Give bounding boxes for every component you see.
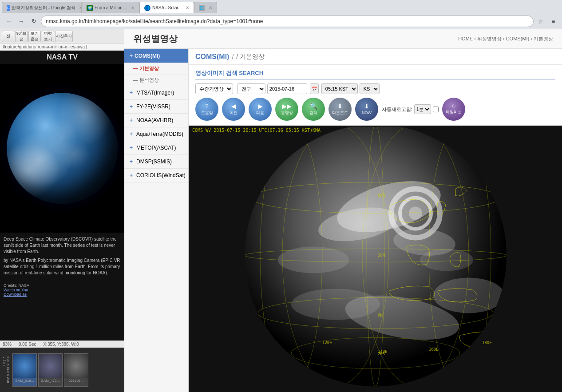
viewer-breadcrumb: fteature/goddaro/from-a-million-miles-aw…	[0, 44, 124, 51]
sidebar-item-dmsp[interactable]: + DMSP(SSMIS)	[124, 155, 188, 169]
action-buttons-row: ? 도움말 ◀ 이전 ▶ 다음	[195, 98, 555, 121]
next-label: 다음	[256, 111, 264, 115]
reload-button[interactable]: ↻	[28, 16, 39, 27]
tab-google-search[interactable]: G 한국기상위성센터 - Google 검색 ✕	[2, 2, 82, 13]
film-thumb-2[interactable]: SAM_472...	[38, 353, 63, 387]
basic-image-label: 기본영상	[139, 66, 159, 71]
sidebar-item-fy2e[interactable]: + FY-2E(VISSR)	[124, 100, 188, 114]
metop-expand-icon: +	[130, 145, 133, 151]
sidebar-item-coms[interactable]: + COMS(MI)	[124, 49, 188, 63]
tab-favicon-million: 🌍	[87, 5, 93, 11]
tab-label-nasa: NASA - Solar...	[152, 5, 182, 10]
satellite-image-inner: COMS WV 2015-07-15 20:15 UTC(07.16 05:15…	[189, 126, 562, 392]
toolbar-btn-add-photo[interactable]: 사진추가	[55, 31, 73, 42]
sidebar-item-noaa[interactable]: + NOAA(AVHRR)	[124, 114, 188, 127]
sidebar-subitem-basic-image[interactable]: — 기본영상	[124, 63, 188, 75]
satellite-image-area: COMS WV 2015-07-15 20:15 UTC(07.16 05:15…	[189, 126, 562, 392]
thumb-label-3: 201309...	[64, 378, 88, 383]
back-button[interactable]: ←	[4, 16, 14, 27]
toolbar-btn-multi-view[interactable]: 여럿보기	[42, 31, 54, 42]
date-input[interactable]	[267, 83, 307, 94]
aqua-expand-icon: +	[130, 131, 133, 137]
download-label: 다운로드	[332, 111, 348, 115]
now-icon: ⬇	[364, 103, 369, 110]
film-thumb-3[interactable]: 201309...	[64, 353, 88, 387]
download-button[interactable]: ⬇ 다운로드	[328, 98, 352, 121]
address-bar[interactable]	[41, 16, 534, 27]
prev-icon: ◀	[231, 103, 236, 110]
browser-content: 전 90°회전 보기옵션 여럿보기 사진추가 fteature/goddaro/…	[0, 29, 562, 392]
image-type-select[interactable]: 수증기영상 가시영상 적외영상	[195, 83, 233, 94]
sidebar-item-mtsat[interactable]: + MTSAT(Imager)	[124, 86, 188, 100]
svg-text:140E: 140E	[378, 349, 388, 354]
zoom-level: 83%	[3, 342, 12, 347]
filmstrip-size: 598 X 818 X 24b	[6, 356, 10, 383]
earth-image	[0, 64, 124, 233]
nasa-tv-title: NASA TV	[0, 51, 124, 64]
toolbar-btn-view-options-label: 보기옵션	[29, 31, 40, 42]
search-controls-row: 수증기영상 가시영상 적외영상 ▼ 전구 한반도 ▼ 📅	[195, 83, 555, 94]
search-button[interactable]: 🔍 검색	[302, 98, 325, 121]
svg-text:0N: 0N	[378, 313, 383, 317]
toolbar-btn-view-options[interactable]: 보기옵션	[28, 31, 41, 42]
left-panel: 전 90°회전 보기옵션 여럿보기 사진추가 fteature/goddaro/…	[0, 29, 124, 392]
now-button[interactable]: ⬇ NOW	[355, 98, 378, 121]
toolbar-btn-rotate-label: 90°회전	[16, 31, 27, 42]
sidebar-coms-label: COMS(MI)	[135, 53, 160, 59]
video-label: 동영상	[281, 111, 293, 115]
auto-refresh-interval-select[interactable]: 1분 5분	[414, 104, 431, 114]
sidebar-subitem-analysis-image[interactable]: — 분석영상	[124, 75, 188, 86]
toolbar-btn-rotate[interactable]: 90°회전	[15, 31, 28, 42]
svg-text:20N: 20N	[378, 253, 385, 257]
toolbar-btn-prev[interactable]: 전	[2, 31, 14, 42]
sidebar-item-aqua[interactable]: + Aqua/Terra(MODIS)	[124, 127, 188, 141]
bookmark-star-button[interactable]: ☆	[535, 16, 546, 27]
noaa-expand-icon: +	[130, 117, 133, 123]
timezone-select[interactable]: KST UTC	[360, 83, 380, 94]
sidebar-item-metop[interactable]: + METOP(ASCAT)	[124, 141, 188, 155]
auto-refresh-checkbox[interactable]	[433, 107, 439, 112]
tab-close-extra[interactable]: ✕	[209, 5, 212, 10]
timer-mission-button[interactable]: ⏱ 타임미션	[442, 98, 465, 121]
sidebar-fy2e-label: FY-2E(VISSR)	[136, 103, 170, 110]
tab-extra[interactable]: 🌐 ✕	[194, 2, 217, 13]
thumb-img-2	[39, 354, 62, 378]
help-button[interactable]: ? 도움말	[195, 98, 218, 121]
tab-label-million: From a Million ...	[95, 5, 127, 10]
tab-close-million[interactable]: ✕	[131, 5, 135, 10]
tab-label-google: 한국기상위성센터 - Google 검색	[12, 5, 75, 11]
calendar-button[interactable]: 📅	[310, 83, 319, 94]
timer-label: 타임미션	[446, 109, 462, 115]
tab-nasa-solar[interactable]: 🌐 NASA - Solar... ✕	[139, 2, 194, 13]
download-icon: ⬇	[337, 103, 343, 110]
prev-button[interactable]: ◀ 이전	[222, 98, 245, 121]
nasa-credits-area: Credits: NASA Watch on You Download as	[0, 282, 124, 297]
nasa-para-2: by NASA's Earth Polychromatic Imaging Ca…	[4, 257, 121, 276]
svg-point-12	[420, 249, 473, 271]
tab-close-nasa[interactable]: ✕	[186, 5, 189, 10]
toolbar-btn-add-photo-label: 사진추가	[56, 33, 72, 39]
film-thumb-1[interactable]: SAM_518...	[12, 353, 37, 387]
coriolis-expand-icon: +	[130, 172, 133, 178]
tab-million-miles[interactable]: 🌍 From a Million ... ✕	[82, 2, 139, 13]
search-label: 검색	[309, 111, 317, 115]
sidebar-item-coriolis[interactable]: + CORIOLIS(WindSat)	[124, 169, 188, 182]
help-label: 도움말	[201, 111, 213, 115]
time-select[interactable]: 05:15 KST	[321, 83, 358, 94]
svg-point-11	[291, 289, 380, 320]
browser-menu-button[interactable]: ≡	[548, 16, 558, 27]
svg-point-10	[433, 277, 504, 313]
watch-link[interactable]: Watch on You	[4, 288, 121, 292]
nasa-para-1: Deep Space Climate Observatory (DSCOVR) …	[4, 236, 121, 255]
browser-window: G 한국기상위성센터 - Google 검색 ✕ 🌍 From a Millio…	[0, 0, 562, 392]
subtitle-separator: /	[232, 53, 234, 60]
forward-button[interactable]: →	[16, 16, 27, 27]
next-button[interactable]: ▶ 다음	[249, 98, 272, 121]
region-select[interactable]: 전구 한반도	[237, 83, 265, 94]
video-button[interactable]: ▶▶ 동영상	[275, 98, 298, 121]
download-link[interactable]: Download as	[4, 292, 121, 297]
svg-text:120E: 120E	[322, 341, 332, 345]
search-title-text: 영상이미지 검색 SEARCH	[195, 70, 263, 76]
tab-favicon-google: G	[7, 5, 10, 11]
svg-text:60N: 60N	[378, 193, 385, 198]
